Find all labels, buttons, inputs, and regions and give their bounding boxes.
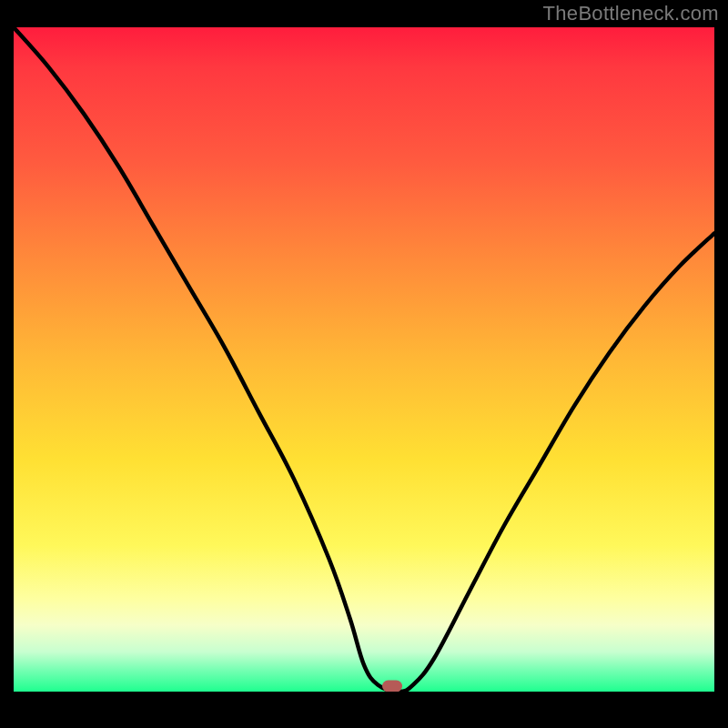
plot-outer: [14, 27, 714, 714]
optimal-point-marker: [382, 681, 402, 693]
watermark-text: TheBottleneck.com: [543, 2, 719, 25]
chart-frame: TheBottleneck.com: [0, 0, 728, 728]
bottleneck-curve: [14, 27, 714, 692]
plot-area: [14, 27, 714, 692]
